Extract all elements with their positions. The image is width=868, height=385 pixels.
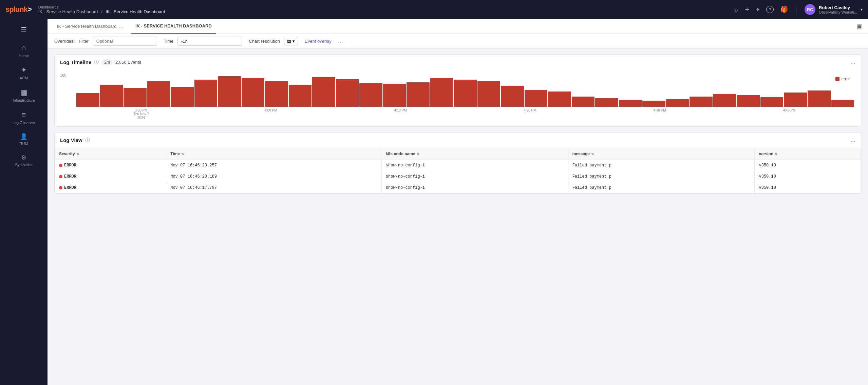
bar — [242, 78, 265, 107]
apm-icon: ✦ — [21, 66, 27, 75]
y-axis-label: 160 — [60, 73, 66, 77]
bar — [171, 87, 194, 107]
sidebar: ☰ ⌂ Home ✦ APM ▦ Infrastructure ≡ Log Ob… — [0, 19, 48, 385]
sidebar-item-infrastructure[interactable]: ▦ Infrastructure — [0, 84, 48, 106]
main-container: ☰ ⌂ Home ✦ APM ▦ Infrastructure ≡ Log Ob… — [0, 19, 868, 385]
chart-legend: error — [835, 77, 850, 81]
bar — [595, 98, 618, 107]
table-header-time[interactable]: Time⇅ — [166, 148, 382, 160]
user-area[interactable]: RC Robert Castley Observability Worksh..… — [805, 4, 863, 15]
sidebar-toggle[interactable]: ☰ — [0, 23, 48, 37]
sidebar-item-apm[interactable]: ✦ APM — [0, 62, 48, 84]
sidebar-item-synthetics[interactable]: ⚙ Synthetics — [0, 150, 48, 171]
sidebar-item-synthetics-label: Synthetics — [15, 163, 33, 167]
tab-dashboard-name[interactable]: IK - Service Health Dashboard ... — [53, 19, 131, 34]
overrides-label: Overrides: — [54, 39, 75, 44]
dashboards-label: Dashboards — [38, 5, 734, 9]
log-view-info-icon[interactable]: ⓘ — [85, 137, 90, 143]
x-tick-label: 4:00 PM — [206, 108, 336, 120]
error-dot — [59, 164, 62, 167]
chart-resolution-button[interactable]: ▦ ▾ — [284, 37, 298, 45]
table-header-k8s_node_name[interactable]: k8s.node.name⇅ — [381, 148, 568, 160]
bar — [666, 99, 689, 107]
filter-input[interactable] — [93, 37, 157, 46]
rum-icon: 👤 — [20, 133, 27, 140]
table-cell-message: Failed payment p — [568, 171, 755, 182]
bar — [831, 100, 854, 107]
bar-chart — [75, 73, 855, 107]
log-timeline-panel: Log Timeline ⓘ 2m 2,050 Events ... 160 e… — [54, 54, 861, 127]
override-bar: Overrides: Filter Time Chart resolution … — [48, 34, 868, 49]
log-table-header-row: Severity⇅Time⇅k8s.node.name⇅message⇅vers… — [55, 148, 861, 160]
table-row[interactable]: ERRORNov 07 16:46:20.257show-no-config-i… — [55, 160, 861, 171]
add-icon[interactable]: + — [745, 5, 749, 14]
table-header-severity[interactable]: Severity⇅ — [55, 148, 166, 160]
override-more-button[interactable]: ... — [338, 38, 343, 44]
table-cell-version: v350.10 — [755, 182, 861, 194]
sidebar-item-rum-label: RUM — [19, 142, 28, 146]
bar — [265, 81, 288, 107]
gift-icon[interactable]: 🎁 — [780, 6, 788, 13]
bar — [808, 90, 831, 107]
log-view-more-button[interactable]: ... — [850, 137, 855, 144]
table-cell-version: v350.10 — [755, 171, 861, 182]
sort-icon: ⇅ — [76, 152, 79, 156]
x-tick-label: 4:30 PM — [595, 108, 724, 120]
sort-icon: ⇅ — [775, 152, 777, 156]
x-tick-label: 3:50 PM Thu Nov 7 2024 — [76, 108, 206, 120]
sidebar-item-log-observer-label: Log Observer — [13, 121, 35, 125]
bar — [336, 79, 359, 107]
bar — [501, 86, 524, 107]
table-cell-message: Failed payment p — [568, 160, 755, 171]
top-nav: splunk> Dashboards IK - Service Health D… — [0, 0, 868, 19]
bar — [407, 82, 430, 107]
sidebar-item-log-observer[interactable]: ≡ Log Observer — [0, 106, 48, 129]
x-tick-label: 4:20 PM — [465, 108, 595, 120]
chevron-down-icon: ▾ — [861, 7, 863, 12]
table-cell-severity: ERROR — [55, 182, 166, 194]
log-view-panel: Log View ⓘ ... Severity⇅Time⇅k8s.node.na… — [54, 132, 861, 194]
sidebar-item-home-label: Home — [19, 54, 29, 58]
table-row[interactable]: ERRORNov 07 16:46:17.797show-no-config-i… — [55, 182, 861, 194]
bar — [147, 81, 170, 107]
sidebar-item-home[interactable]: ⌂ Home — [0, 39, 48, 62]
table-row[interactable]: ERRORNov 07 16:46:20.189show-no-config-i… — [55, 171, 861, 182]
event-overlay-button[interactable]: Event overlay — [305, 39, 332, 44]
infrastructure-icon: ▦ — [20, 88, 27, 97]
log-timeline-more-button[interactable]: ... — [850, 59, 855, 66]
table-cell-k8s-node-name: show-no-config-i — [381, 160, 568, 171]
table-header-message[interactable]: message⇅ — [568, 148, 755, 160]
bar — [76, 93, 99, 107]
help-icon[interactable]: ? — [766, 6, 774, 13]
time-input[interactable] — [177, 37, 242, 46]
log-table: Severity⇅Time⇅k8s.node.name⇅message⇅vers… — [55, 148, 861, 194]
sort-icon: ⇅ — [181, 152, 184, 156]
log-table-body: ERRORNov 07 16:46:20.257show-no-config-i… — [55, 160, 861, 194]
bar — [194, 80, 218, 107]
legend-error-label: error — [842, 77, 850, 81]
tab-dots[interactable]: ... — [119, 23, 123, 29]
splunk-logo: splunk> — [5, 5, 32, 14]
table-cell-time: Nov 07 16:46:20.257 — [166, 160, 382, 171]
sort-icon: ⇅ — [417, 152, 419, 156]
log-table-header: Severity⇅Time⇅k8s.node.name⇅message⇅vers… — [55, 148, 861, 160]
bar — [430, 78, 453, 107]
search-icon[interactable]: ⌕ — [734, 6, 738, 13]
bookmark-icon[interactable]: ⌖ — [756, 6, 759, 13]
legend-error-icon — [835, 77, 839, 81]
breadcrumb-parent[interactable]: IK - Service Health Dashboard — [38, 9, 98, 14]
tab-dashboard-title[interactable]: IK - SERVICE HEALTH DASHBOARD — [131, 19, 216, 34]
tab-bar-right: ▣ — [857, 23, 863, 30]
x-tick-label: 4:10 PM — [336, 108, 465, 120]
layout-icon[interactable]: ▣ — [857, 23, 863, 30]
log-timeline-info-icon[interactable]: ⓘ — [94, 59, 99, 65]
sidebar-item-rum[interactable]: 👤 RUM — [0, 129, 48, 150]
x-tick-label: 4:40 PM — [724, 108, 854, 120]
avatar: RC — [805, 4, 815, 15]
table-header-version[interactable]: version⇅ — [755, 148, 861, 160]
table-cell-message: Failed payment p — [568, 182, 755, 194]
table-cell-severity: ERROR — [55, 160, 166, 171]
bar — [124, 88, 147, 107]
log-timeline-badge: 2m — [101, 59, 113, 65]
tab-dashboard-name-label: IK - Service Health Dashboard — [57, 24, 117, 29]
